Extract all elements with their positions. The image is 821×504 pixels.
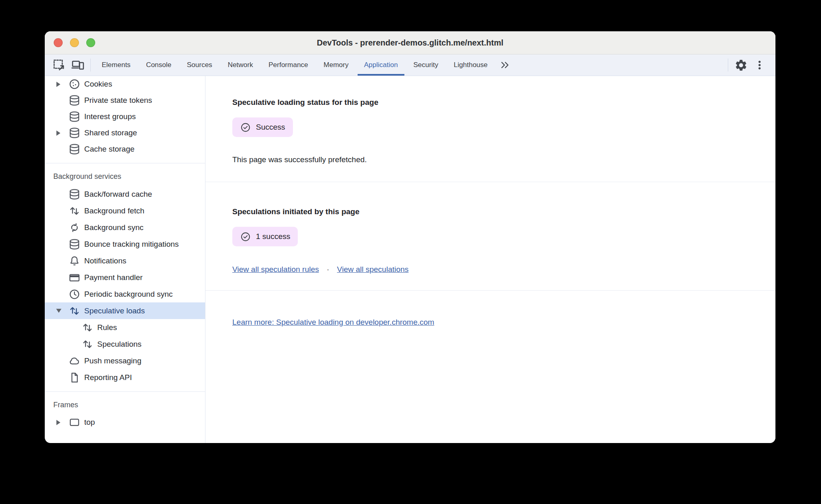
sidebar-item-label: Notifications xyxy=(84,256,127,265)
speculations-badge-label: 1 success xyxy=(256,232,290,241)
sidebar-item-label: Speculative loads xyxy=(84,306,145,315)
tab-sources[interactable]: Sources xyxy=(179,54,220,76)
zoom-button[interactable] xyxy=(86,38,95,47)
sidebar-item-shared-storage[interactable]: Shared storage xyxy=(45,125,205,141)
view-all-speculations-link[interactable]: View all speculations xyxy=(337,264,408,275)
sidebar-item-label: Background sync xyxy=(84,223,144,232)
database-icon xyxy=(68,94,81,106)
sidebar-item-rules[interactable]: Rules xyxy=(45,319,205,336)
collapse-arrow-icon[interactable] xyxy=(56,308,68,313)
sidebar-item-push-messaging[interactable]: Push messaging xyxy=(45,352,205,369)
clock-icon xyxy=(68,288,81,300)
devtools-content: Cookies Private state tokens xyxy=(45,76,775,443)
sidebar-item-label: Shared storage xyxy=(84,128,137,137)
status-description: This page was successfully prefetched. xyxy=(232,154,775,165)
tab-security[interactable]: Security xyxy=(406,54,446,76)
tab-application[interactable]: Application xyxy=(356,54,406,76)
database-icon xyxy=(68,143,81,155)
up-down-arrows-icon xyxy=(68,205,81,217)
sidebar-item-back-forward-cache[interactable]: Back/forward cache xyxy=(45,186,205,202)
sidebar-item-label: Private state tokens xyxy=(84,96,152,105)
database-icon xyxy=(68,111,81,123)
toolbar-right-separator xyxy=(728,59,728,72)
sidebar-item-label: Reporting API xyxy=(84,373,132,382)
gear-icon xyxy=(734,59,748,72)
kebab-menu-icon xyxy=(753,59,766,71)
database-icon xyxy=(68,238,81,250)
close-button[interactable] xyxy=(54,38,63,47)
kebab-menu-button[interactable] xyxy=(750,54,769,76)
sidebar-item-label: Background fetch xyxy=(84,206,144,215)
speculations-section: Speculations initiated by this page 1 su… xyxy=(205,182,775,291)
sync-icon xyxy=(68,222,81,234)
toolbar-separator xyxy=(90,59,91,72)
tab-console[interactable]: Console xyxy=(138,54,179,76)
speculation-links: View all speculation rules · View all sp… xyxy=(232,264,775,275)
expand-arrow-icon[interactable] xyxy=(56,420,68,425)
sidebar-item-cookies[interactable]: Cookies xyxy=(45,76,205,92)
inspect-element-button[interactable] xyxy=(50,54,68,76)
frame-icon xyxy=(68,416,81,428)
check-circle-icon xyxy=(240,231,251,242)
sidebar-item-background-fetch[interactable]: Background fetch xyxy=(45,202,205,219)
tab-lighthouse[interactable]: Lighthouse xyxy=(446,54,495,76)
title-bar: DevTools - prerender-demos.glitch.me/nex… xyxy=(45,31,775,54)
sidebar-item-periodic-background-sync[interactable]: Periodic background sync xyxy=(45,286,205,302)
tab-elements[interactable]: Elements xyxy=(94,54,138,76)
up-down-arrows-icon xyxy=(81,322,94,334)
status-section: Speculative loading status for this page… xyxy=(205,76,775,182)
sidebar-item-label: Push messaging xyxy=(84,356,141,365)
sidebar-item-reporting-api[interactable]: Reporting API xyxy=(45,369,205,386)
devtools-toolbar: Elements Console Sources Network Perform… xyxy=(45,54,775,76)
sidebar-item-label: Cookies xyxy=(84,80,112,89)
sidebar-item-cache-storage[interactable]: Cache storage xyxy=(45,141,205,157)
sidebar-item-payment-handler[interactable]: Payment handler xyxy=(45,269,205,286)
tab-memory[interactable]: Memory xyxy=(316,54,356,76)
cookie-icon xyxy=(68,78,81,90)
sidebar-item-notifications[interactable]: Notifications xyxy=(45,252,205,269)
sidebar-item-label: Payment handler xyxy=(84,273,143,282)
inspect-cursor-icon xyxy=(52,59,66,72)
sidebar-item-label: top xyxy=(84,418,95,427)
settings-button[interactable] xyxy=(731,54,750,76)
sidebar-item-label: Rules xyxy=(97,323,117,332)
bell-icon xyxy=(68,255,81,267)
expand-arrow-icon[interactable] xyxy=(56,130,68,136)
status-heading: Speculative loading status for this page xyxy=(232,97,775,108)
sidebar-item-speculative-loads[interactable]: Speculative loads xyxy=(45,302,205,319)
sidebar-item-label: Speculations xyxy=(97,340,142,349)
cloud-icon xyxy=(68,355,81,367)
double-chevron-icon xyxy=(500,60,510,70)
view-all-speculation-rules-link[interactable]: View all speculation rules xyxy=(232,264,319,275)
more-tabs-button[interactable] xyxy=(496,54,514,76)
sidebar-item-interest-groups[interactable]: Interest groups xyxy=(45,109,205,125)
sidebar-item-private-state-tokens[interactable]: Private state tokens xyxy=(45,92,205,109)
credit-card-icon xyxy=(68,272,81,284)
document-icon xyxy=(68,371,81,384)
sidebar-item-background-sync[interactable]: Background sync xyxy=(45,219,205,236)
tab-network[interactable]: Network xyxy=(220,54,261,76)
frames-header: Frames xyxy=(45,392,205,414)
up-down-arrows-icon xyxy=(81,338,94,350)
learn-more-section: Learn more: Speculative loading on devel… xyxy=(205,291,775,327)
status-badge: Success xyxy=(232,117,293,137)
learn-more-link[interactable]: Learn more: Speculative loading on devel… xyxy=(232,318,434,326)
tab-performance[interactable]: Performance xyxy=(261,54,316,76)
application-sidebar: Cookies Private state tokens xyxy=(45,76,205,443)
status-badge-label: Success xyxy=(256,123,285,132)
window-title: DevTools - prerender-demos.glitch.me/nex… xyxy=(317,38,504,48)
background-services-header: Background services xyxy=(45,163,205,186)
minimize-button[interactable] xyxy=(70,38,79,47)
check-circle-icon xyxy=(240,122,251,133)
database-icon xyxy=(68,188,81,200)
window-controls xyxy=(54,31,95,54)
toggle-device-toolbar-button[interactable] xyxy=(68,54,87,76)
expand-arrow-icon[interactable] xyxy=(56,82,68,87)
sidebar-item-bounce-tracking-mitigations[interactable]: Bounce tracking mitigations xyxy=(45,236,205,252)
devtools-window: DevTools - prerender-demos.glitch.me/nex… xyxy=(45,31,775,443)
database-icon xyxy=(68,127,81,139)
sidebar-item-label: Back/forward cache xyxy=(84,190,152,199)
speculations-badge: 1 success xyxy=(232,227,298,246)
sidebar-item-top-frame[interactable]: top xyxy=(45,414,205,430)
sidebar-item-speculations[interactable]: Speculations xyxy=(45,336,205,352)
